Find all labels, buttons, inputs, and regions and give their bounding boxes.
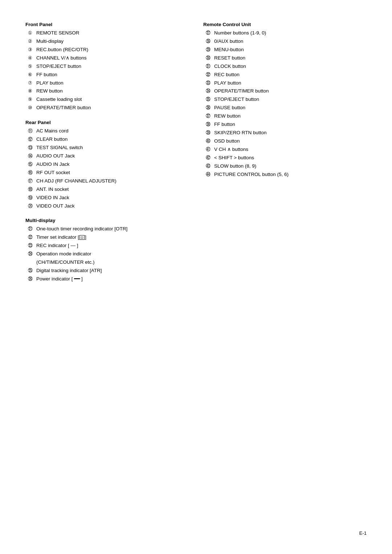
rear-panel-title: Rear Panel xyxy=(25,120,189,125)
remote-control-list: ㉗ Number buttons (1-9, 0) ㉘ 0/AUX button… xyxy=(203,29,367,178)
list-item: ⑮ AUDIO IN Jack xyxy=(25,161,189,168)
list-item: ㊶ V CH ∧ buttons xyxy=(203,146,367,153)
item-text: SLOW button (8, 9) xyxy=(214,163,367,170)
item-text: CLOCK button xyxy=(214,63,367,70)
item-num: ⑯ xyxy=(25,169,35,176)
item-text: REMOTE SENSOR xyxy=(36,29,189,37)
item-num: ⑫ xyxy=(25,136,35,143)
item-num: ⑳ xyxy=(25,203,35,210)
list-item: ㉗ Number buttons (1-9, 0) xyxy=(203,29,367,37)
list-item: ⑤ STOP/EJECT button xyxy=(25,63,189,70)
item-text: REW button xyxy=(36,87,189,95)
item-num: ④ xyxy=(25,55,35,62)
item-text: PLAY button xyxy=(36,79,189,87)
list-item: ㊱ PAUSE button xyxy=(203,104,367,112)
item-text: AUDIO IN Jack xyxy=(36,161,189,168)
item-num: ㊲ xyxy=(203,113,213,120)
item-text: One-touch timer recording indicator [OTR… xyxy=(36,225,189,233)
list-item: ㉓ REC indicator [ — ] xyxy=(25,242,189,250)
item-num: ⑮ xyxy=(25,161,35,168)
multi-display-section: Multi-display ㉑ One-touch timer recordin… xyxy=(25,218,189,283)
list-item: ㉚ RESET button xyxy=(203,54,367,62)
list-item: ③ REC.button (REC/OTR) xyxy=(25,46,189,54)
list-item: ㉖ Power indicator [ ━━ ] xyxy=(25,275,189,283)
item-text: Operation mode indicator xyxy=(36,250,189,258)
list-item: ⑩ OPERATE/TIMER button xyxy=(25,104,189,112)
item-text: Digital tracking indicator [ATR] xyxy=(36,267,189,275)
list-item: ⑱ ANT. IN socket xyxy=(25,186,189,193)
item-num: ⑭ xyxy=(25,153,35,160)
item-text: FF button xyxy=(214,121,367,128)
item-num: ㉛ xyxy=(203,63,213,70)
front-panel-section: Front Panel ① REMOTE SENSOR ② Multi-disp… xyxy=(25,22,189,112)
item-num: ⑧ xyxy=(25,88,35,95)
item-num: ⑩ xyxy=(25,104,35,111)
item-num: ㊱ xyxy=(203,104,213,111)
item-num: ⑲ xyxy=(25,194,35,201)
item-num: ⑪ xyxy=(25,128,35,135)
item-text: OPERATE/TIMER button xyxy=(214,87,367,95)
item-num: ② xyxy=(25,38,35,45)
item-text: AC Mains cord xyxy=(36,127,189,135)
list-item: ⑨ Cassette loading slot xyxy=(25,96,189,103)
list-item: ㉔ Operation mode indicator xyxy=(25,250,189,258)
item-text: Timer set indicator [⊡] xyxy=(36,234,189,241)
item-text: Power indicator [ ━━ ] xyxy=(36,275,189,283)
list-item: ㉒ Timer set indicator [⊡] xyxy=(25,234,189,241)
item-text: PICTURE CONTROL button (5, 6) xyxy=(214,171,367,178)
item-text: Multi-display xyxy=(36,38,189,45)
item-text: PLAY button xyxy=(214,79,367,87)
remote-control-section: Remote Control Unit ㉗ Number buttons (1-… xyxy=(203,22,367,178)
list-item: ㊷ < SHIFT > buttons xyxy=(203,154,367,162)
list-item: ② Multi-display xyxy=(25,38,189,45)
item-num: ㉞ xyxy=(203,88,213,95)
list-item: ⑫ CLEAR button xyxy=(25,136,189,143)
item-text: REC button xyxy=(214,71,367,79)
item-text: TEST SIGNAL switch xyxy=(36,144,189,152)
remote-control-title: Remote Control Unit xyxy=(203,22,367,27)
rear-panel-section: Rear Panel ⑪ AC Mains cord ⑫ CLEAR butto… xyxy=(25,120,189,210)
item-text: REC indicator [ — ] xyxy=(36,242,189,250)
page-container: Front Panel ① REMOTE SENSOR ② Multi-disp… xyxy=(25,22,367,291)
list-item: ㉝ PLAY button xyxy=(203,79,367,87)
item-num: ㉒ xyxy=(25,234,35,241)
item-text: (CH/TIME/COUNTER etc.) xyxy=(36,259,189,266)
item-text: ANT. IN socket xyxy=(36,186,189,193)
list-item: ㊲ REW button xyxy=(203,112,367,120)
item-num: ㉑ xyxy=(25,226,35,233)
item-text: < SHIFT > buttons xyxy=(214,154,367,162)
item-num: ③ xyxy=(25,46,35,53)
item-text: STOP/EJECT button xyxy=(36,63,189,70)
item-num: ㊳ xyxy=(203,121,213,128)
item-num: ㊵ xyxy=(203,138,213,145)
item-num: ㊸ xyxy=(203,163,213,170)
item-text: PAUSE button xyxy=(214,104,367,112)
item-text: RESET button xyxy=(214,54,367,62)
item-num: ㉜ xyxy=(203,71,213,78)
item-text: REC.button (REC/OTR) xyxy=(36,46,189,54)
list-item: ㉑ One-touch timer recording indicator [O… xyxy=(25,225,189,233)
multi-display-title: Multi-display xyxy=(25,218,189,223)
item-text: SKIP/ZERO RTN button xyxy=(214,129,367,137)
list-item: ⑰ CH ADJ (RF CHANNEL ADJUSTER) xyxy=(25,177,189,185)
item-num: ㉝ xyxy=(203,80,213,87)
multi-display-list: ㉑ One-touch timer recording indicator [O… xyxy=(25,225,189,283)
item-num: ① xyxy=(25,30,35,37)
right-column: Remote Control Unit ㉗ Number buttons (1-… xyxy=(203,22,367,291)
list-item: ㉜ REC button xyxy=(203,71,367,79)
item-num: ㊹ xyxy=(203,171,213,178)
list-item: ⑦ PLAY button xyxy=(25,79,189,87)
list-item: ⑬ TEST SIGNAL switch xyxy=(25,144,189,152)
item-num: ⑱ xyxy=(25,186,35,193)
item-text: OSD button xyxy=(214,138,367,145)
item-num: ㊷ xyxy=(203,155,213,161)
list-item: ⑭ AUDIO OUT Jack xyxy=(25,152,189,160)
item-text: MENU-button xyxy=(214,46,367,54)
item-num: ⑰ xyxy=(25,178,35,185)
item-text: VIDEO OUT Jack xyxy=(36,202,189,210)
list-item: ㉘ 0/AUX button xyxy=(203,38,367,45)
list-item: ⑲ VIDEO IN Jack xyxy=(25,194,189,202)
item-num: ㉟ xyxy=(203,96,213,103)
item-text: CLEAR button xyxy=(36,136,189,143)
list-item: ㊳ FF button xyxy=(203,121,367,128)
